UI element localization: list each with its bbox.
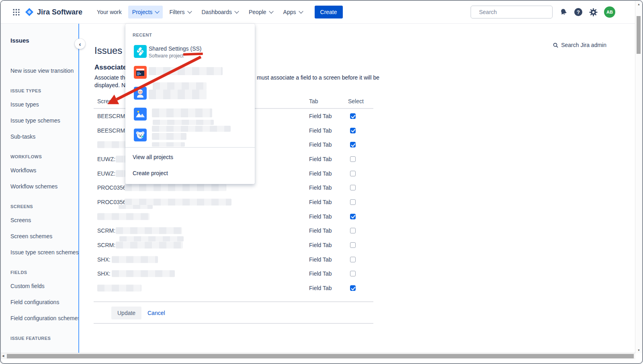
cancel-link[interactable]: Cancel [147,310,165,316]
app-switcher-icon[interactable] [12,8,20,16]
horizontal-scroll-thumb[interactable] [7,354,634,358]
screen-name-prefix: SHX: [97,256,111,263]
sidebar-item-new-issue-view-transition[interactable]: New issue view transition [1,63,78,79]
search-icon [553,42,559,48]
nav-item-label: Your work [97,9,122,15]
scrollbar-corner [635,353,642,359]
vertical-scrollbar[interactable]: ▲ ▼ [635,1,642,353]
redacted-screen-name [97,285,141,292]
tab-cell: Field Tab [309,227,332,234]
sidebar-item-custom-fields[interactable]: Custom fields [1,278,78,294]
redacted-project-name [153,120,214,125]
table-row: SHX:Field Tab [94,267,373,281]
sidebar-item-sub-tasks[interactable]: Sub-tasks [1,129,78,145]
select-checkbox[interactable] [350,185,356,190]
nav-item-apps[interactable]: Apps [279,6,307,18]
screen-name-prefix: PROC0356: [97,199,127,205]
redacted-project-name [149,90,207,99]
nav-item-label: Projects [132,9,153,15]
tab-cell: Field Tab [309,270,332,277]
select-checkbox[interactable] [350,171,356,176]
column-header-screen: Screen [97,98,115,104]
project-icon-person[interactable] [134,87,147,100]
project-item-shared-settings[interactable]: Shared Settings (SS) [149,45,202,52]
project-icon-mountains[interactable] [134,108,147,121]
description-fragment: displayed. Ne [94,82,129,88]
search-input[interactable] [478,8,553,16]
page-title: Issues [94,45,122,56]
select-checkbox[interactable] [350,257,356,262]
vertical-scroll-thumb[interactable] [637,16,641,54]
sidebar-item-field-configuration-schemes[interactable]: Field configuration schemes [1,310,78,326]
screen-name-prefix: EUWZ: [97,156,115,162]
sidebar-section-issue-types: ISSUE TYPES [1,85,78,96]
chevron-down-icon [155,9,160,13]
nav-item-your-work[interactable]: Your work [93,6,126,18]
select-checkbox[interactable] [350,156,356,162]
redacted-screen-name [116,227,182,234]
select-checkbox[interactable] [350,228,356,233]
horizontal-scrollbar[interactable]: ◀ [1,353,635,359]
nav-item-dashboards[interactable]: Dashboards [198,6,243,18]
sidebar-item-workflows[interactable]: Workflows [1,162,78,178]
project-icon-koala[interactable] [134,129,147,141]
sidebar-item-issue-type-screen-schemes[interactable]: Issue type screen schemes [1,244,78,260]
select-checkbox[interactable] [350,271,356,276]
scroll-left-arrow[interactable]: ◀ [2,354,4,358]
select-checkbox[interactable] [350,199,356,205]
sidebar-item-issue-type-schemes[interactable]: Issue type schemes [1,112,78,129]
update-button[interactable]: Update [111,307,141,319]
recent-section-label: RECENT [133,33,152,37]
select-checkbox[interactable] [350,142,356,147]
description-fragment: must associate a field to a screen befor… [257,74,379,81]
sidebar-section-fields: FIELDS [1,267,78,278]
create-button[interactable]: Create [315,6,343,18]
sidebar-item-issue-types[interactable]: Issue types [1,96,78,112]
tab-cell: Field Tab [309,199,332,205]
scroll-down-arrow[interactable]: ▼ [635,349,642,352]
sidebar-item-workflow-schemes[interactable]: Workflow schemes [1,178,78,194]
help-icon[interactable]: ? [574,8,582,16]
project-icon-terminal[interactable] [134,66,147,79]
associate-heading: Associate [94,63,127,72]
screen-name-prefix: SCRM: [97,227,115,234]
jira-diamond-icon [25,8,34,16]
nav-item-filters[interactable]: Filters [165,6,195,18]
global-search-box[interactable] [471,6,553,18]
nav-item-people[interactable]: People [245,6,277,18]
logo-text: Jira Software [37,8,82,16]
select-checkbox[interactable] [350,214,356,219]
sidebar-collapse-button[interactable]: ‹ [75,39,85,49]
dropdown-action-create-project[interactable]: Create project [125,165,255,181]
redacted-project-name [152,133,186,140]
nav-item-projects[interactable]: Projects [128,6,163,18]
search-jira-admin-link[interactable]: Search Jira admin [553,42,606,48]
admin-sidebar: Issues New issue view transitionISSUE TY… [1,23,79,353]
project-item-subtitle: Software project [149,53,184,59]
search-jira-admin-label: Search Jira admin [561,42,606,48]
tab-cell: Field Tab [309,285,332,291]
sidebar-item-screen-schemes[interactable]: Screen schemes [1,228,78,244]
sidebar-item-field-configurations[interactable]: Field configurations [1,294,78,310]
chevron-down-icon [234,9,239,13]
jira-logo[interactable]: Jira Software [25,8,82,16]
nav-right-cluster: ? AB [471,6,635,18]
redacted-text [119,236,184,241]
scroll-up-arrow[interactable]: ▲ [635,3,642,6]
select-checkbox[interactable] [350,128,356,133]
select-checkbox[interactable] [350,285,356,291]
user-avatar[interactable]: AB [604,6,615,18]
select-checkbox[interactable] [350,242,356,248]
dropdown-action-view-all-projects[interactable]: View all projects [125,149,255,165]
table-row: Field Tab [94,281,373,295]
sidebar-item-screens[interactable]: Screens [1,212,78,228]
nav-item-label: Apps [283,9,296,15]
settings-gear-icon[interactable] [588,7,598,17]
project-icon-rocket[interactable] [134,45,147,58]
tab-cell: Field Tab [309,256,332,263]
tab-cell: Field Tab [309,127,332,134]
sidebar-section-workflows: WORKFLOWS [1,151,78,162]
tab-cell: Field Tab [309,113,332,119]
notifications-bell-icon[interactable] [559,7,568,17]
select-checkbox[interactable] [350,113,356,119]
